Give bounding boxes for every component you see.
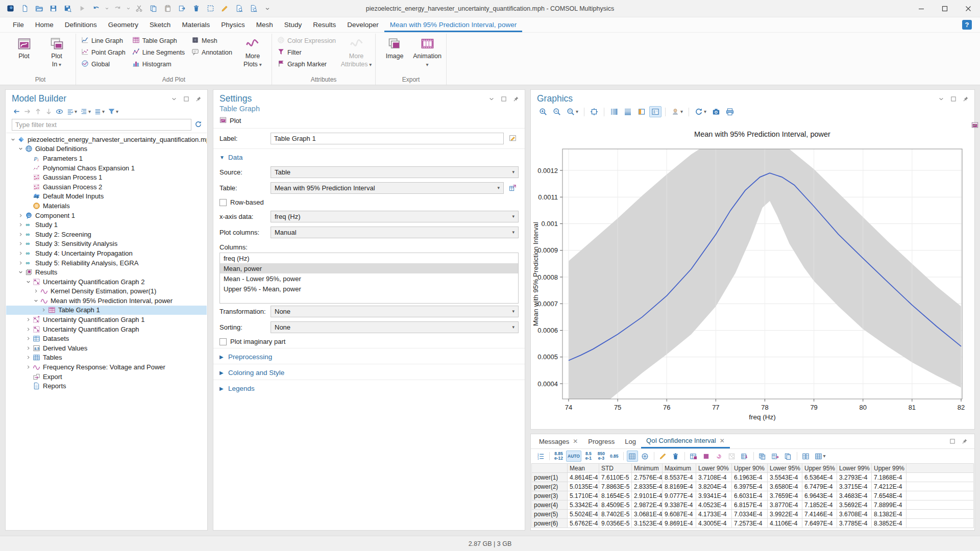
dropdown-caret-icon[interactable] (104, 3, 109, 15)
tree-options-button[interactable]: ▾ (93, 107, 106, 116)
table-cell[interactable]: 6.6031E-4 (732, 491, 768, 500)
chevron-right-icon[interactable] (24, 355, 32, 360)
pin-panel-button[interactable] (512, 95, 520, 103)
chevron-right-icon[interactable] (24, 327, 32, 332)
chevron-right-icon[interactable] (17, 213, 24, 218)
preview-doc-button[interactable] (233, 3, 245, 15)
tree-filter-input[interactable] (12, 119, 191, 131)
chevron-right-icon[interactable] (24, 364, 32, 370)
select-source[interactable]: Table▾ (271, 166, 519, 178)
precision-compact-button[interactable]: 850e-3 (596, 450, 607, 462)
plot-in-button[interactable]: PlotIn ▾ (41, 34, 72, 71)
plot-button[interactable]: Plot (8, 34, 40, 71)
menu-home[interactable]: Home (30, 17, 59, 32)
collapse-panel-button[interactable] (488, 95, 495, 103)
select-x-axis-data[interactable]: freq (Hz)▾ (271, 211, 519, 222)
refresh-icon[interactable] (194, 120, 202, 130)
table-cell[interactable]: 9.8691E-4 (663, 519, 696, 528)
column-header-minimum[interactable]: Minimum (632, 464, 663, 473)
go-to-source-button[interactable] (506, 183, 519, 194)
select-box-button[interactable] (204, 3, 216, 15)
table-cell[interactable]: 3.9341E-4 (696, 491, 732, 500)
table-cell[interactable]: 3.3715E-4 (837, 482, 872, 491)
swirl-plot-button[interactable] (714, 450, 725, 462)
table-cell[interactable]: 3.2793E-4 (837, 473, 872, 482)
filter-button[interactable]: Filter (275, 46, 339, 58)
chevron-down-icon[interactable] (9, 137, 17, 142)
zoom-extents-button[interactable] (588, 106, 600, 117)
menu-geometry[interactable]: Geometry (103, 17, 144, 32)
chevron-down-icon[interactable] (32, 298, 40, 304)
row-indices-button[interactable]: 123 (535, 450, 546, 462)
table-cell[interactable]: 3.4683E-4 (837, 491, 872, 500)
open-file-button[interactable] (33, 3, 45, 15)
tab-progress[interactable]: Progress (583, 434, 620, 448)
minimize-button[interactable] (910, 0, 933, 17)
tree-item-global-definitions[interactable]: Global Definitions (6, 144, 207, 154)
new-file-button[interactable] (18, 3, 31, 15)
highlight-button[interactable] (218, 3, 231, 15)
y-log-scale-button[interactable] (622, 106, 634, 117)
x-log-scale-button[interactable] (608, 106, 620, 117)
sparse-view-button[interactable] (726, 450, 738, 462)
tab-log[interactable]: Log (620, 434, 641, 448)
maximize-button[interactable] (933, 0, 957, 17)
table-cell[interactable]: 6.3975E-4 (732, 482, 768, 491)
table-cell[interactable]: 7.4212E-4 (872, 482, 906, 491)
rename-label-button[interactable] (506, 133, 519, 144)
polar-wheel-button[interactable] (640, 450, 651, 462)
tree-item-gaussian-process-2[interactable]: Gaussian Process 2 (6, 182, 207, 192)
table-cell[interactable]: 3.8770E-4 (768, 500, 802, 510)
columns-option[interactable]: Upper 95% - Mean, power (220, 284, 518, 294)
table-cell[interactable]: 2.9872E-4 (632, 500, 663, 510)
section-preprocessing[interactable]: ▶Preprocessing (213, 348, 525, 364)
tree-item-polynomial-chaos-expansion-1[interactable]: Polynomial Chaos Expansion 1 (6, 163, 207, 173)
chevron-right-icon[interactable] (32, 288, 40, 294)
menu-mesh[interactable]: Mesh (251, 17, 279, 32)
close-button[interactable] (957, 0, 980, 17)
section-legends[interactable]: ▶Legends (213, 380, 525, 395)
precision-decimal-button[interactable]: 0.85 (608, 450, 620, 462)
table-cell[interactable]: 3.0681E-4 (632, 510, 663, 519)
chevron-down-icon[interactable] (17, 269, 24, 275)
table-cell[interactable]: 7.6497E-4 (802, 519, 837, 528)
column-header-lower-99-[interactable]: Lower 99% (837, 464, 872, 473)
column-header-std[interactable]: STD (599, 464, 632, 473)
chevron-down-icon[interactable] (24, 279, 32, 285)
delete-button[interactable] (190, 3, 202, 15)
more-attributes-button[interactable]: MoreAttributes ▾ (340, 34, 372, 71)
table-cell[interactable]: 8.8169E-4 (663, 482, 696, 491)
table-cell[interactable]: 9.0356E-5 (599, 519, 632, 528)
table-cell[interactable]: 7.2573E-4 (732, 519, 768, 528)
mesh-button[interactable]: Mesh (189, 35, 236, 46)
precision-scientific-button[interactable]: 8.85e-12 (553, 450, 565, 462)
table-cell[interactable]: 3.6580E-4 (768, 482, 802, 491)
animation-button[interactable]: Animation ▾ (411, 34, 443, 71)
menu-physics[interactable]: Physics (215, 17, 251, 32)
table-cell[interactable]: 6.9643E-4 (802, 491, 837, 500)
collapse-panel-button[interactable] (938, 95, 945, 103)
column-header-mean[interactable]: Mean (568, 464, 599, 473)
histogram-button[interactable]: Histogram (130, 58, 188, 70)
chevron-right-icon[interactable] (17, 260, 24, 266)
select-transformation[interactable]: None▾ (271, 306, 519, 317)
table-annotation-button[interactable] (688, 450, 699, 462)
menu-results[interactable]: Results (307, 17, 341, 32)
table-cell[interactable]: 4.8614E-4 (568, 473, 599, 482)
table-cell[interactable]: 8.1382E-4 (872, 510, 906, 519)
tree-item-frequency-response-voltage-and-power[interactable]: Frequency Response: Voltage and Power (6, 362, 207, 372)
more-plots-button[interactable]: MorePlots ▾ (237, 34, 268, 71)
line-graph-button[interactable]: Line Graph (79, 35, 129, 46)
tree-item-uncertainty-quantification-graph[interactable]: Uncertainty Quantification Graph (6, 324, 207, 334)
tree-item-component-1[interactable]: ΩComponent 1 (6, 211, 207, 220)
columns-listbox[interactable]: freq (Hz)Mean, powerMean - Lower 95%, po… (219, 253, 519, 304)
snapshot-button[interactable] (710, 106, 722, 117)
line-segments-button[interactable]: Line Segments (130, 46, 188, 58)
table-cell[interactable]: 3.7659E-4 (768, 491, 802, 500)
table-graph-button[interactable]: Table Graph (130, 35, 188, 46)
export-table-button[interactable] (770, 450, 781, 462)
table-cell[interactable]: 3.5543E-4 (768, 473, 802, 482)
tree-item-study-2-screening[interactable]: ∞Study 2: Screening (6, 230, 207, 239)
table-cell[interactable]: 2.9101E-4 (632, 491, 663, 500)
table-cell[interactable]: 4.3005E-4 (696, 519, 732, 528)
